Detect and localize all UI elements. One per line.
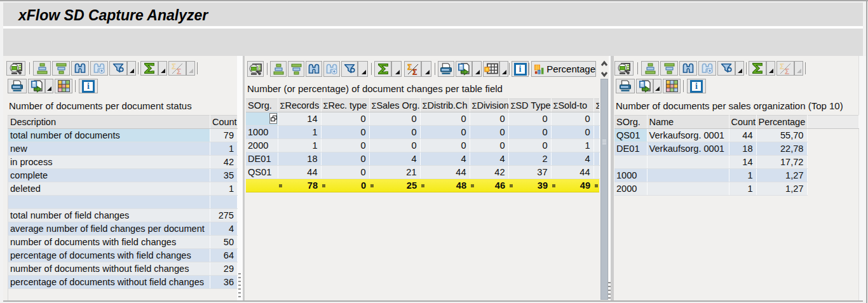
svg-text:Σ: Σ <box>172 63 176 71</box>
svg-text:Σ: Σ <box>780 63 784 71</box>
svg-text:Σ: Σ <box>407 64 412 72</box>
